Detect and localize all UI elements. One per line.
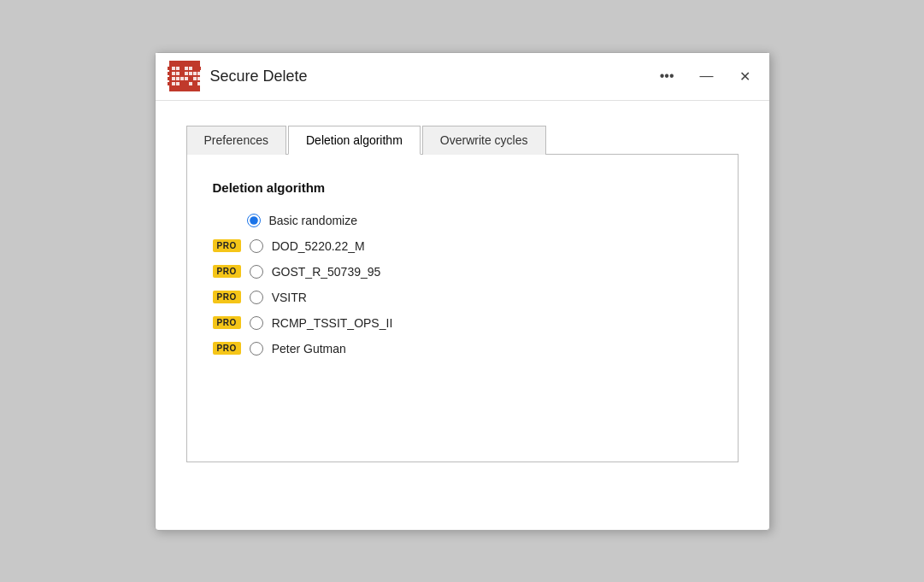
titlebar: Secure Delete ••• — ✕ <box>156 53 769 101</box>
radio-dod[interactable] <box>250 239 263 253</box>
algorithm-list: Basic randomize PRO DOD_5220.22_M PRO GO… <box>213 214 712 356</box>
content-area: Preferences Deletion algorithm Overwrite… <box>156 101 769 530</box>
window-controls: ••• — ✕ <box>655 67 756 86</box>
radio-vsitr[interactable] <box>250 291 263 304</box>
algo-label-dod: DOD_5220.22_M <box>272 239 365 253</box>
pro-badge: PRO <box>213 239 241 252</box>
pro-badge: PRO <box>213 342 241 355</box>
more-button[interactable]: ••• <box>655 67 680 85</box>
tab-content-deletion-algorithm: Deletion algorithm Basic randomize PRO D… <box>186 155 739 462</box>
tab-overwrite-cycles[interactable]: Overwrite cycles <box>422 126 546 155</box>
app-icon <box>169 61 200 91</box>
algo-label-vsitr: VSITR <box>272 291 307 304</box>
pro-badge: PRO <box>213 316 241 329</box>
radio-gutman[interactable] <box>250 342 263 356</box>
close-button[interactable]: ✕ <box>734 67 756 86</box>
list-item: PRO RCMP_TSSIT_OPS_II <box>213 316 712 330</box>
list-item: Basic randomize <box>213 214 712 227</box>
algo-label-basic-randomize: Basic randomize <box>269 214 358 227</box>
radio-gost[interactable] <box>250 265 263 279</box>
section-title: Deletion algorithm <box>213 180 712 195</box>
list-item: PRO VSITR <box>213 291 712 304</box>
algo-label-gost: GOST_R_50739_95 <box>272 265 381 279</box>
radio-basic-randomize[interactable] <box>247 214 261 227</box>
minimize-button[interactable]: — <box>695 67 719 85</box>
window-title: Secure Delete <box>210 68 655 85</box>
app-window: Secure Delete ••• — ✕ Preferences Deleti… <box>155 52 770 531</box>
list-item: PRO DOD_5220.22_M <box>213 239 712 253</box>
list-item: PRO Peter Gutman <box>213 342 712 356</box>
algo-label-gutman: Peter Gutman <box>272 342 346 356</box>
radio-rcmp[interactable] <box>250 316 263 330</box>
pro-badge: PRO <box>213 291 241 303</box>
list-item: PRO GOST_R_50739_95 <box>213 265 712 279</box>
tab-bar: Preferences Deletion algorithm Overwrite… <box>186 125 739 155</box>
pro-badge: PRO <box>213 265 241 278</box>
algo-label-rcmp: RCMP_TSSIT_OPS_II <box>272 316 393 330</box>
tab-preferences[interactable]: Preferences <box>186 126 286 155</box>
tab-deletion-algorithm[interactable]: Deletion algorithm <box>288 126 421 155</box>
